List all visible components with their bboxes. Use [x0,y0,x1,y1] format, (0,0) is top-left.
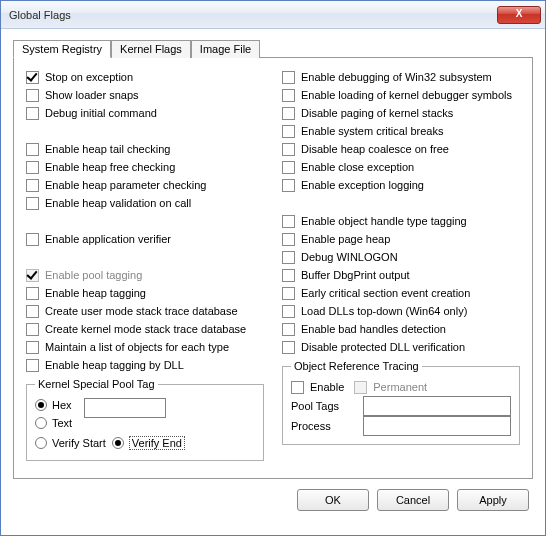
checkbox-icon [282,305,295,318]
chk-sys-crit[interactable]: Enable system critical breaks [282,122,520,140]
checkbox-icon [26,197,39,210]
chk-load-dbg-sym[interactable]: Enable loading of kernel debugger symbol… [282,86,520,104]
chk-bad-handles[interactable]: Enable bad handles detection [282,320,520,338]
chk-debug-win32[interactable]: Enable debugging of Win32 subsystem [282,68,520,86]
tab-image-file[interactable]: Image File [191,40,260,58]
chk-exc-logging[interactable]: Enable exception logging [282,176,520,194]
right-column: Enable debugging of Win32 subsystem Enab… [282,68,520,461]
radio-icon [35,399,47,411]
checkbox-icon [282,251,295,264]
tab-panel: Stop on exception Show loader snaps Debu… [13,57,533,479]
checkbox-icon [26,107,39,120]
cancel-button[interactable]: Cancel [377,489,449,511]
radio-icon [35,417,47,429]
chk-debug-initial[interactable]: Debug initial command [26,104,264,122]
checkbox-icon [282,341,295,354]
radio-icon [112,437,124,449]
radio-icon [35,437,47,449]
checkbox-icon [282,107,295,120]
kernel-pool-legend: Kernel Special Pool Tag [35,378,158,390]
checkbox-icon [26,305,39,318]
chk-disable-prot-dll[interactable]: Disable protected DLL verification [282,338,520,356]
chk-maintain-list[interactable]: Maintain a list of objects for each type [26,338,264,356]
process-label: Process [291,420,359,432]
chk-pool-tagging: Enable pool tagging [26,266,264,284]
titlebar: Global Flags X [1,1,545,29]
pool-tags-input[interactable] [363,396,511,416]
checkbox-icon [282,125,295,138]
checkbox-icon [26,359,39,372]
checkbox-icon [26,341,39,354]
checkbox-icon [26,143,39,156]
button-row: OK Cancel Apply [13,479,533,511]
checkbox-icon [282,161,295,174]
chk-disable-paging[interactable]: Disable paging of kernel stacks [282,104,520,122]
chk-user-stack[interactable]: Create user mode stack trace database [26,302,264,320]
chk-heap-tail[interactable]: Enable heap tail checking [26,140,264,158]
checkbox-icon [282,71,295,84]
chk-close-exc[interactable]: Enable close exception [282,158,520,176]
chk-obj-handle[interactable]: Enable object handle type tagging [282,212,520,230]
chk-load-dlls[interactable]: Load DLLs top-down (Win64 only) [282,302,520,320]
checkbox-icon [282,89,295,102]
checkbox-icon [282,215,295,228]
apply-button[interactable]: Apply [457,489,529,511]
chk-heap-free[interactable]: Enable heap free checking [26,158,264,176]
chk-app-verifier[interactable]: Enable application verifier [26,230,264,248]
checkbox-icon [282,323,295,336]
checkbox-icon [26,179,39,192]
pool-tag-input[interactable] [84,398,166,418]
close-button[interactable]: X [497,6,541,24]
chk-heap-param[interactable]: Enable heap parameter checking [26,176,264,194]
object-ref-legend: Object Reference Tracing [291,360,422,372]
checkbox-icon [26,233,39,246]
radio-verify-end[interactable]: Verify End [112,434,185,452]
checkbox-icon [26,89,39,102]
checkbox-icon [291,381,304,394]
chk-disable-coalesce[interactable]: Disable heap coalesce on free [282,140,520,158]
chk-obj-enable[interactable]: Enable [291,378,344,396]
chk-obj-permanent: Permanent [354,378,427,396]
process-input[interactable] [363,416,511,436]
chk-buffer-dbgprint[interactable]: Buffer DbgPrint output [282,266,520,284]
checkbox-icon [26,161,39,174]
radio-text[interactable]: Text [35,414,72,432]
checkbox-icon [354,381,367,394]
tab-strip: System Registry Kernel Flags Image File [13,40,533,58]
checkbox-icon [282,179,295,192]
chk-kernel-stack[interactable]: Create kernel mode stack trace database [26,320,264,338]
chk-heap-valid[interactable]: Enable heap validation on call [26,194,264,212]
chk-show-loader[interactable]: Show loader snaps [26,86,264,104]
checkbox-icon [282,287,295,300]
checkbox-icon [282,233,295,246]
chk-heap-tagging[interactable]: Enable heap tagging [26,284,264,302]
window-title: Global Flags [9,9,497,21]
chk-page-heap[interactable]: Enable page heap [282,230,520,248]
tab-kernel-flags[interactable]: Kernel Flags [111,40,191,58]
radio-verify-start[interactable]: Verify Start [35,434,106,452]
tab-system-registry[interactable]: System Registry [13,40,111,58]
object-ref-group: Object Reference Tracing Enable Permanen… [282,360,520,445]
pool-tags-label: Pool Tags [291,400,359,412]
ok-button[interactable]: OK [297,489,369,511]
left-column: Stop on exception Show loader snaps Debu… [26,68,264,461]
checkbox-icon [26,287,39,300]
chk-heap-tag-dll[interactable]: Enable heap tagging by DLL [26,356,264,374]
radio-hex[interactable]: Hex [35,396,72,414]
checkbox-icon [282,269,295,282]
chk-debug-winlogon[interactable]: Debug WINLOGON [282,248,520,266]
checkbox-icon [26,269,39,282]
checkbox-icon [282,143,295,156]
chk-stop-exception[interactable]: Stop on exception [26,68,264,86]
checkbox-icon [26,323,39,336]
kernel-pool-group: Kernel Special Pool Tag Hex Text Verify … [26,378,264,461]
checkbox-icon [26,71,39,84]
chk-early-crit[interactable]: Early critical section event creation [282,284,520,302]
